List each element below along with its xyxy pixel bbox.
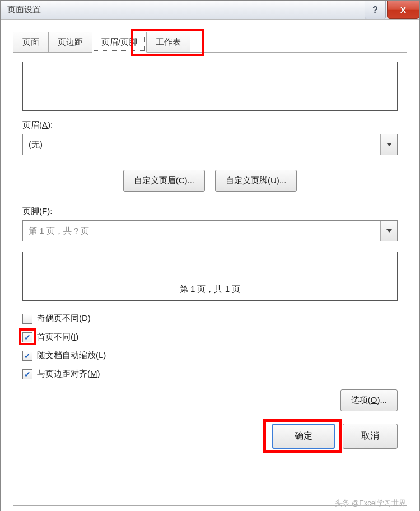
header-dropdown-arrow[interactable] bbox=[380, 134, 397, 155]
checkbox-diff-first-label: 首页不同(I) bbox=[37, 332, 78, 342]
custom-buttons-row: 自定义页眉(C)... 自定义页脚(U)... bbox=[22, 170, 398, 192]
footer-preview: 第 1 页，共 1 页 bbox=[22, 252, 398, 301]
footer-dropdown-value: 第 1 页，共 ? 页 bbox=[23, 226, 380, 236]
options-row: 选项(O)... bbox=[22, 389, 398, 411]
checkbox-align-margins[interactable] bbox=[22, 369, 32, 379]
tab-strip: 页面 页边距 页眉/页脚 工作表 bbox=[13, 32, 407, 53]
help-icon: ? bbox=[372, 5, 378, 15]
tab-page[interactable]: 页面 bbox=[13, 32, 49, 53]
checkbox-scale-with-doc[interactable] bbox=[22, 351, 32, 361]
page-setup-dialog: 页面设置 ? X 页面 页边距 页眉/页脚 工作表 页眉(A): (无) 自定义… bbox=[0, 0, 420, 511]
help-button[interactable]: ? bbox=[365, 1, 386, 19]
header-dropdown-value: (无) bbox=[23, 140, 380, 150]
tab-header-footer[interactable]: 页眉/页脚 bbox=[92, 32, 147, 53]
checkbox-diff-first[interactable] bbox=[22, 332, 32, 342]
tab-panel-header-footer: 页眉(A): (无) 自定义页眉(C)... 自定义页脚(U)... 页脚(F)… bbox=[13, 52, 407, 506]
tab-margins[interactable]: 页边距 bbox=[48, 32, 92, 53]
tab-sheet[interactable]: 工作表 bbox=[146, 32, 190, 53]
footer-label: 页脚(F): bbox=[22, 206, 398, 217]
header-dropdown[interactable]: (无) bbox=[22, 134, 398, 155]
header-preview bbox=[22, 62, 398, 111]
window-title: 页面设置 bbox=[7, 4, 41, 15]
close-button[interactable]: X bbox=[387, 1, 419, 19]
checkbox-diff-odd-even-label: 奇偶页不同(D) bbox=[37, 313, 91, 324]
options-button[interactable]: 选项(O)... bbox=[340, 389, 398, 411]
checkbox-scale-with-doc-row: 随文档自动缩放(L) bbox=[22, 350, 398, 361]
footer-dropdown[interactable]: 第 1 页，共 ? 页 bbox=[22, 220, 398, 241]
checkbox-list: 奇偶页不同(D) 首页不同(I) 随文档自动缩放(L) 与页边距对齐(M) bbox=[22, 313, 398, 379]
custom-header-button[interactable]: 自定义页眉(C)... bbox=[123, 170, 205, 192]
dialog-content: 页面 页边距 页眉/页脚 工作表 页眉(A): (无) 自定义页眉(C)... … bbox=[1, 20, 419, 511]
checkbox-diff-odd-even-row: 奇偶页不同(D) bbox=[22, 313, 398, 324]
dialog-bottom-row: 确定 取消 bbox=[22, 424, 398, 449]
footer-preview-text: 第 1 页，共 1 页 bbox=[180, 284, 240, 295]
cancel-button[interactable]: 取消 bbox=[343, 424, 398, 449]
footer-dropdown-arrow[interactable] bbox=[380, 221, 397, 241]
custom-footer-button[interactable]: 自定义页脚(U)... bbox=[215, 170, 297, 192]
checkbox-diff-first-row: 首页不同(I) bbox=[22, 332, 398, 342]
titlebar: 页面设置 ? X bbox=[1, 1, 419, 20]
checkbox-diff-odd-even[interactable] bbox=[22, 314, 32, 324]
close-icon: X bbox=[400, 5, 406, 15]
checkbox-align-margins-row: 与页边距对齐(M) bbox=[22, 369, 398, 379]
checkbox-scale-with-doc-label: 随文档自动缩放(L) bbox=[37, 350, 106, 361]
title-controls: ? X bbox=[365, 1, 419, 19]
checkbox-align-margins-label: 与页边距对齐(M) bbox=[37, 369, 100, 379]
ok-button[interactable]: 确定 bbox=[272, 424, 335, 449]
header-label: 页眉(A): bbox=[22, 120, 398, 131]
